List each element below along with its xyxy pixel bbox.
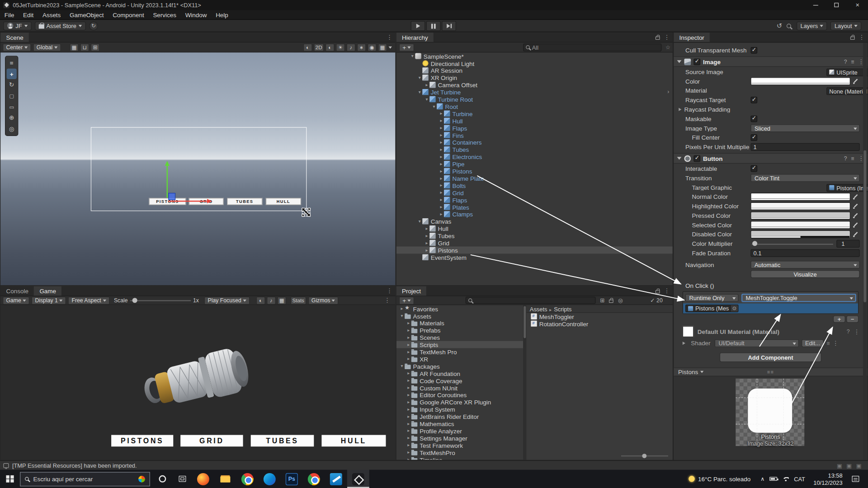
display-dropdown[interactable]: Display 1 xyxy=(32,296,66,304)
project-folder-row[interactable]: ▸ Scripts xyxy=(396,341,523,348)
scene-tool-button[interactable] xyxy=(7,124,17,134)
tab-inspector[interactable]: Inspector xyxy=(674,33,710,42)
scene-tool-button[interactable] xyxy=(7,113,17,123)
language-indicator[interactable]: CAT xyxy=(794,475,805,482)
hierarchy-item[interactable]: ▾ SampleScene* xyxy=(396,52,673,60)
expand-arrow-icon[interactable]: ▾ xyxy=(410,54,415,59)
expand-arrow-icon[interactable]: ▸ xyxy=(406,378,411,383)
game-ui-button[interactable]: PISTONS xyxy=(111,435,173,447)
scene-view-toggle-icon[interactable] xyxy=(357,43,366,51)
hierarchy-item[interactable]: Directional Light xyxy=(396,60,673,67)
expand-arrow-icon[interactable]: ▸ xyxy=(439,183,444,188)
scene-ui-button[interactable]: HULL xyxy=(266,198,301,205)
start-button[interactable] xyxy=(0,470,20,488)
expand-arrow-icon[interactable]: ▸ xyxy=(406,436,411,441)
layers-dropdown[interactable]: Layers xyxy=(797,21,827,30)
expand-arrow-icon[interactable]: ▸ xyxy=(439,133,444,138)
presets-icon[interactable]: ≡ xyxy=(851,59,854,65)
expand-arrow-icon[interactable]: ▸ xyxy=(406,385,411,390)
visualize-button[interactable]: Visualize xyxy=(750,270,859,277)
eyedropper-icon[interactable] xyxy=(852,221,859,229)
panel-menu-icon[interactable] xyxy=(387,34,392,41)
scene-tool-button[interactable] xyxy=(7,102,17,112)
taskbar-app-button[interactable] xyxy=(325,470,347,488)
expand-arrow-icon[interactable]: ▸ xyxy=(439,161,444,166)
file-row[interactable]: RotationController xyxy=(526,320,672,327)
raycast-target-checkbox[interactable] xyxy=(750,96,757,103)
menu-item[interactable]: File xyxy=(0,10,19,19)
scale-slider-knob[interactable] xyxy=(132,298,137,303)
menu-item[interactable]: Window xyxy=(181,10,212,19)
menu-item[interactable]: Edit xyxy=(19,10,38,19)
gizmo-y-axis[interactable] xyxy=(167,166,168,198)
transition-dropdown[interactable]: Color Tint xyxy=(750,174,859,182)
remove-event-button[interactable]: − xyxy=(846,315,859,323)
hierarchy-item[interactable]: ▸ Containers xyxy=(396,139,673,146)
event-target-field[interactable]: Pistons (Mes xyxy=(685,305,739,312)
expand-arrow-icon[interactable]: ▸ xyxy=(439,197,444,202)
eyedropper-icon[interactable] xyxy=(852,192,859,200)
menu-item[interactable]: Services xyxy=(149,10,181,19)
game-toolbar-icon[interactable] xyxy=(256,296,265,304)
project-folder-row[interactable]: ▸ Timeline xyxy=(396,456,523,460)
project-tree-scrollbar[interactable] xyxy=(523,305,526,460)
ppu-multiplier-field[interactable]: 1 xyxy=(750,143,859,150)
pivot-dropdown[interactable]: Center xyxy=(3,43,31,51)
expand-arrow-icon[interactable]: ▾ xyxy=(399,313,405,318)
expand-arrow-icon[interactable]: ▸ xyxy=(406,450,411,455)
interactable-checkbox[interactable] xyxy=(750,165,757,172)
expand-arrow-icon[interactable]: ▸ xyxy=(439,147,444,152)
add-component-button[interactable]: Add Component xyxy=(720,352,821,362)
expand-arrow-icon[interactable]: ▸ xyxy=(406,392,411,397)
expand-arrow-icon[interactable]: ▸ xyxy=(439,176,444,181)
material-field[interactable]: None (Material) xyxy=(826,87,868,95)
project-folder-row[interactable]: ▸ Settings Manager xyxy=(396,434,523,441)
add-event-button[interactable]: + xyxy=(833,315,845,323)
panel-menu-icon[interactable] xyxy=(664,287,670,295)
cloud-services-button[interactable]: ↻ xyxy=(89,21,98,30)
hierarchy-item[interactable]: ▸ Clamps xyxy=(396,211,673,218)
expand-arrow-icon[interactable]: ▸ xyxy=(406,428,411,433)
expand-arrow-icon[interactable]: ▸ xyxy=(439,126,444,131)
foldout-arrow-icon[interactable] xyxy=(677,157,682,160)
close-button[interactable]: × xyxy=(847,0,868,10)
hierarchy-item[interactable]: ▸ Hull xyxy=(396,117,673,124)
expand-arrow-icon[interactable]: ▸ xyxy=(406,328,411,333)
highlighted-color-field[interactable] xyxy=(750,202,850,210)
maskable-checkbox[interactable] xyxy=(750,115,757,122)
material-section-header[interactable]: Default UI Material (Material) ? xyxy=(674,323,868,338)
scene-view-toggle-icon[interactable] xyxy=(378,43,387,51)
slider-knob[interactable] xyxy=(642,454,646,458)
scene-view-toggle-icon[interactable] xyxy=(368,43,377,51)
fade-duration-field[interactable]: 0.1 xyxy=(750,249,859,257)
gizmos-dropdown[interactable]: Gizmos xyxy=(308,296,339,304)
expand-arrow-icon[interactable]: ▸ xyxy=(439,140,444,145)
project-folder-row[interactable]: ▸ Profile Analyzer xyxy=(396,427,523,434)
status-message[interactable]: [TMP Essential Resources] have been impo… xyxy=(12,462,137,469)
search-icon[interactable] xyxy=(787,23,791,28)
tab-game[interactable]: Game xyxy=(34,286,61,296)
preview-header[interactable]: Pistons ≡≡ xyxy=(674,367,868,376)
expand-arrow-icon[interactable]: ▸ xyxy=(424,233,429,238)
aspect-dropdown[interactable]: Free Aspect xyxy=(68,296,109,304)
project-folder-row[interactable]: ▸ Favorites xyxy=(396,305,523,312)
pause-button[interactable] xyxy=(426,21,441,31)
image-type-dropdown[interactable]: Sliced xyxy=(750,124,859,132)
game-viewport[interactable]: PISTONSGRIDTUBESHULL xyxy=(0,305,395,460)
material-menu-icon[interactable] xyxy=(832,340,838,347)
expand-arrow-icon[interactable]: ▾ xyxy=(424,97,429,102)
taskbar-app-button[interactable] xyxy=(347,470,369,488)
image-enabled-checkbox[interactable] xyxy=(693,58,700,65)
scene-tool-button[interactable] xyxy=(7,80,17,90)
collab-icon[interactable]: ▣ xyxy=(837,462,842,468)
hierarchy-item[interactable]: ▾ Root xyxy=(396,103,673,110)
component-menu-icon[interactable] xyxy=(854,328,859,335)
menu-item[interactable]: Component xyxy=(108,10,148,19)
icon-size-slider[interactable] xyxy=(621,455,668,456)
play-focused-dropdown[interactable]: Play Focused xyxy=(204,296,250,304)
cortana-button[interactable] xyxy=(152,470,172,488)
menu-item[interactable]: Help xyxy=(211,10,232,19)
tray-expand-icon[interactable]: ∧ xyxy=(760,476,764,482)
breadcrumb-leaf[interactable]: Scripts xyxy=(554,305,571,312)
asset-store-button[interactable]: Asset Store xyxy=(35,21,86,30)
